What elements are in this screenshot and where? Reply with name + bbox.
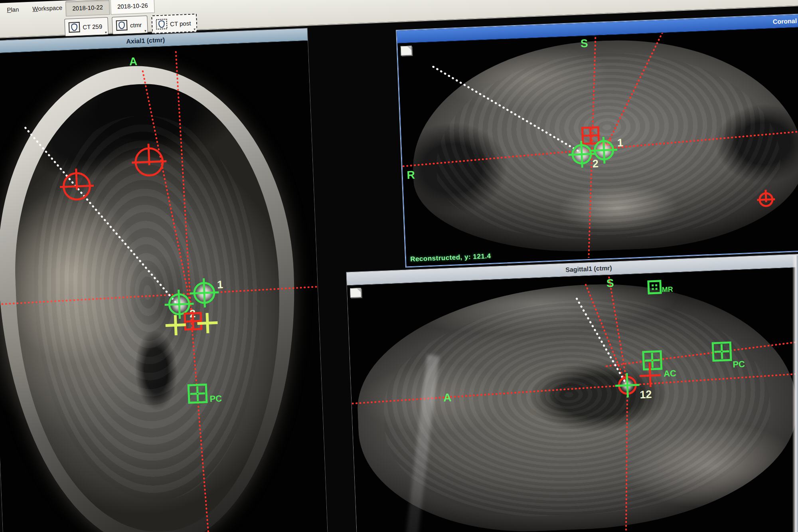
panel-sagittal: Sagittal1 (ctmr) 12 [346,253,798,532]
coronal-electrode-1-label: 1 [617,136,623,149]
head-frame-icon [68,22,81,33]
series-tab-ctpost[interactable]: CT post ▾ [151,14,198,34]
axial-orientation-anterior: A [129,55,137,68]
sagittal-trajectory-red [586,283,626,386]
sagittal-orientation-superior: S [606,277,614,290]
axial-trajectory-red [143,69,194,320]
panel-layout-icon[interactable] [401,45,412,55]
axial-plus-left[interactable] [166,316,185,334]
axial-electrode-1-label: 1 [217,279,223,291]
monitor-edge-glint [792,255,798,532]
sagittal-viewport[interactable]: 12 AC [347,266,798,532]
date-tab-2018-10-22[interactable]: 2018-10-22 [65,0,110,16]
coronal-overlay: AC 2 1 [397,26,798,265]
axial-overlay: 1 2 [0,41,329,532]
sagittal-orientation-anterior: A [443,391,452,404]
coronal-ac-marker[interactable] [582,127,599,144]
menu-workspace[interactable]: Workspace [32,3,63,13]
sagittal-ac-label: AC [664,368,677,379]
axial-electrode-1[interactable] [190,279,219,307]
sagittal-target-marker[interactable] [616,374,639,397]
panel-layout-icon[interactable] [350,288,361,298]
coronal-viewport[interactable]: AC 2 1 [397,26,798,265]
head-frame-icon [156,18,168,30]
sagittal-trajectory-white [577,297,626,386]
coronal-trajectory-red [600,33,667,149]
axial-crosshair-vertical [176,52,192,320]
coronal-title: Coronal (ctmr) [772,17,798,26]
menu-plan[interactable]: Plan [6,5,20,14]
sagittal-mr-marker[interactable] [648,281,661,293]
series-tab-label: CT 259 [83,23,103,30]
coronal-electrode-2-label: 2 [592,158,598,170]
head-frame-icon [115,20,128,31]
sagittal-crosshair-horizontal [352,372,798,404]
coronal-electrode-2[interactable] [569,141,595,167]
axial-crosshair-horizontal [0,287,317,305]
study-date-tabs: 2018-10-22 2018-10-26 [65,0,156,16]
series-tab-label: CT post [170,20,191,27]
date-tab-2018-10-26[interactable]: 2018-10-26 [110,0,155,15]
axial-viewport[interactable]: 1 2 [0,41,329,532]
sagittal-acpc-line [606,338,798,366]
axial-crosshair-vertical-lower [192,319,211,532]
series-tab-ctmr[interactable]: ctmr ▾ [112,16,148,35]
axial-ac-marker[interactable] [185,313,201,330]
coronal-orientation-superior: S [580,37,588,50]
monitor-screen: Tools Plan Workspace Help 2018-10-22 201… [0,0,798,532]
coronal-target-ring-right[interactable] [758,190,774,206]
sagittal-crosshair-vertical-lower [618,385,634,532]
sagittal-mr-label: MR [662,285,673,294]
sagittal-pc-marker[interactable] [713,342,731,361]
dropdown-arrow-icon: ▾ [194,27,196,31]
coronal-trajectory-white [433,61,583,159]
series-tab-ct259[interactable]: CT 259 ▾ [64,17,109,36]
axial-pc-marker[interactable] [188,385,207,403]
coronal-orientation-right: R [407,168,415,181]
panel-axial: Axial1 (ctmr) [0,28,329,532]
dropdown-arrow-icon: ▾ [144,29,146,33]
sagittal-title: Sagittal1 (ctmr) [565,265,612,274]
panel-coronal: Coronal (ctmr) AC [396,13,798,267]
sagittal-target-label: 12 [640,388,652,401]
axial-target-ring-left[interactable] [60,169,93,200]
dropdown-arrow-icon: ▾ [105,30,107,34]
axial-pc-label: PC [209,394,222,404]
axial-title: Axial1 (ctmr) [126,36,165,45]
sagittal-pc-label: PC [733,359,745,370]
series-tab-label: ctmr [130,21,142,28]
